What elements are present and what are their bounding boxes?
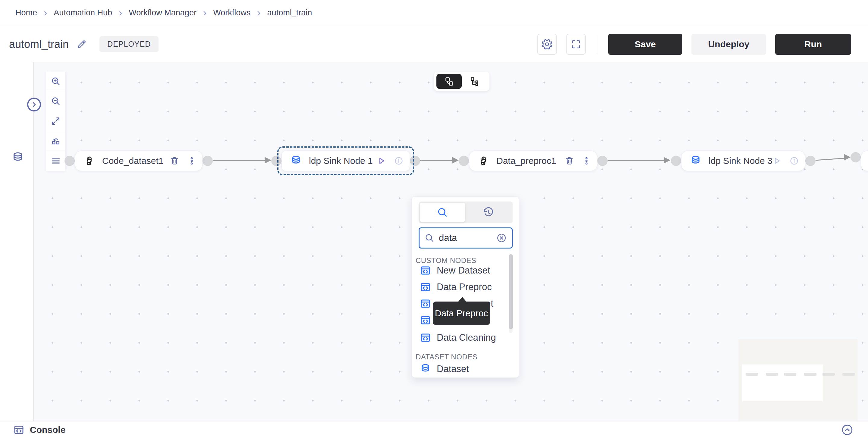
palette-item-data-cleaning[interactable]: Data Cleaning <box>412 329 508 346</box>
breadcrumb-automation-hub[interactable]: Automation Hub <box>54 8 112 18</box>
fullscreen-icon <box>570 39 581 50</box>
console-label: Console <box>30 425 65 435</box>
auto-layout-icon <box>51 136 61 146</box>
palette-item-label: Data Cleaning <box>437 332 496 343</box>
run-button[interactable]: Run <box>775 34 851 55</box>
settings-button[interactable] <box>537 34 557 55</box>
palette-item-dataset[interactable]: Dataset <box>412 361 508 377</box>
section-dataset-nodes: DATASET NODES <box>415 353 477 361</box>
edge-connector <box>420 160 453 161</box>
palette-item-label: Dataset <box>437 364 469 374</box>
flow-view-button[interactable] <box>436 74 462 89</box>
palette-item-label: New Dataset <box>437 265 490 276</box>
edge-arrowhead <box>844 154 850 161</box>
minimap-box <box>742 365 823 401</box>
gear-icon <box>541 38 553 50</box>
node-label: Data_preproc1 <box>496 156 556 166</box>
tree-view-button[interactable] <box>462 76 487 87</box>
minimap-node-bar <box>784 373 796 376</box>
workflow-manager-app: Home › Automation Hub › Workflow Manager… <box>0 0 868 438</box>
node-info-icon[interactable] <box>789 156 799 166</box>
node-ldp-sink-3[interactable]: ldp Sink Node 3 <box>681 150 805 171</box>
breadcrumb-workflows[interactable]: Workflows <box>213 8 250 18</box>
breadcrumb-home[interactable]: Home <box>16 8 37 18</box>
status-badge: DEPLOYED <box>99 36 158 52</box>
database-icon <box>290 155 302 167</box>
palette-search-box <box>418 228 513 248</box>
fullscreen-button[interactable] <box>566 34 586 55</box>
left-sidebar <box>0 62 34 421</box>
clear-search-icon[interactable] <box>496 233 507 243</box>
code-node-icon <box>420 298 431 309</box>
node-port[interactable] <box>805 156 815 166</box>
breadcrumb-separator: › <box>119 7 122 18</box>
console-collapse-button[interactable] <box>841 424 854 436</box>
minimap-node-bar <box>823 373 835 376</box>
breadcrumb-separator: › <box>257 7 260 18</box>
view-toggle <box>434 72 490 91</box>
search-icon <box>437 207 448 218</box>
minimap-node-bar <box>804 373 816 376</box>
breadcrumb-separator: › <box>44 7 47 18</box>
tab-history[interactable] <box>465 206 512 218</box>
zoom-out-icon <box>51 96 61 106</box>
palette-search-input[interactable] <box>439 233 496 243</box>
edge-arrowhead <box>664 157 670 164</box>
code-node-icon <box>420 332 431 343</box>
zoom-in-icon <box>51 76 61 87</box>
undeploy-button[interactable]: Undeploy <box>691 34 766 55</box>
fit-view-button[interactable] <box>46 111 65 131</box>
code-node-icon <box>420 265 431 276</box>
tooltip-text: Data Preproc <box>435 308 488 318</box>
node-data-preproc1[interactable]: Data_preproc1 <box>469 150 597 171</box>
node-menu-icon[interactable] <box>187 156 196 166</box>
node-port[interactable] <box>671 156 681 166</box>
canvas-menu-button[interactable] <box>46 151 65 171</box>
run-node-icon[interactable] <box>772 156 781 166</box>
node-info-icon[interactable] <box>394 156 404 166</box>
delete-node-icon[interactable] <box>564 156 574 166</box>
node-port[interactable] <box>459 156 469 166</box>
breadcrumb-separator: › <box>203 7 207 18</box>
node-code-dataset1[interactable]: Code_dataset1 <box>75 150 203 171</box>
run-node-icon[interactable] <box>376 156 386 166</box>
node-port[interactable] <box>64 156 75 166</box>
console-bar[interactable]: Console <box>0 421 868 438</box>
code-node-icon <box>420 315 431 326</box>
breadcrumb-workflow-manager[interactable]: Workflow Manager <box>129 8 196 18</box>
database-icon <box>420 363 431 375</box>
canvas-toolbar <box>46 71 66 171</box>
expand-arrows-icon <box>51 116 61 126</box>
auto-layout-button[interactable] <box>46 131 65 151</box>
palette-scrollbar-thumb[interactable] <box>509 254 513 329</box>
node-partial[interactable] <box>861 150 868 171</box>
tab-search[interactable] <box>420 203 465 222</box>
node-ldp-sink-1[interactable]: ldp Sink Node 1 <box>281 150 410 171</box>
console-icon <box>13 425 24 435</box>
node-palette: CUSTOM NODES New Dataset Data Preproc et… <box>412 196 519 378</box>
zoom-out-button[interactable] <box>46 91 65 111</box>
node-menu-icon[interactable] <box>582 156 591 166</box>
palette-item-new-dataset[interactable]: New Dataset <box>412 262 508 279</box>
edit-title-button[interactable] <box>76 39 87 49</box>
flow-view-icon <box>444 76 455 87</box>
zoom-in-button[interactable] <box>46 71 65 91</box>
node-port[interactable] <box>850 152 861 162</box>
node-port[interactable] <box>597 156 608 166</box>
palette-item-data-preproc[interactable]: Data Preproc <box>412 279 508 296</box>
history-clock-icon <box>482 206 494 218</box>
save-button[interactable]: Save <box>608 34 682 55</box>
edge-connector <box>608 160 665 161</box>
hamburger-icon <box>51 156 61 166</box>
node-port[interactable] <box>203 156 213 166</box>
header-divider <box>597 35 597 54</box>
edge-arrowhead <box>452 157 459 164</box>
datasets-panel-icon[interactable] <box>11 151 24 165</box>
node-label: Code_dataset1 <box>102 156 164 166</box>
delete-node-icon[interactable] <box>170 156 179 166</box>
tooltip-caret <box>458 297 467 302</box>
python-icon <box>84 155 95 167</box>
database-icon <box>690 155 701 167</box>
expand-sidebar-button[interactable] <box>27 98 41 111</box>
page-title: automl_train <box>9 38 69 50</box>
